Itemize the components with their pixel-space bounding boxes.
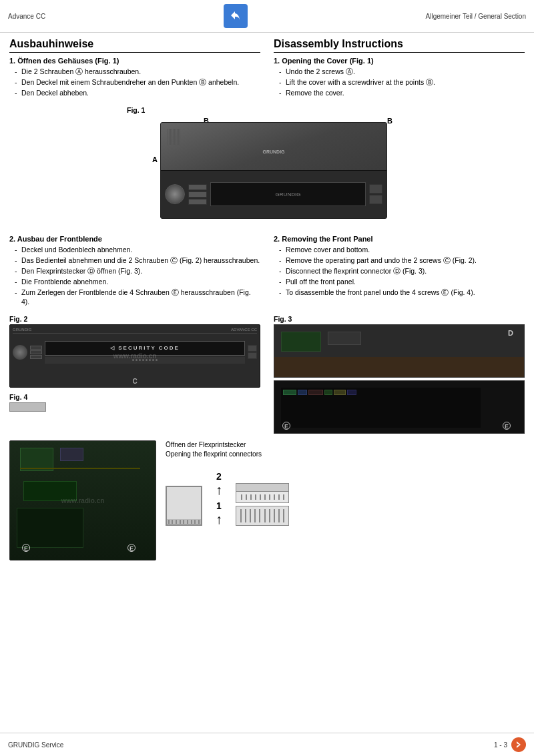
fig2-label: Fig. 2	[9, 315, 260, 323]
right-section1-list: Undo the 2 screws Ⓐ. Lift the cover with…	[274, 67, 525, 98]
header: Advance CC Allgemeiner Teil / General Se…	[0, 0, 534, 33]
right-section2-list: Remove cover and bottom. Remove the oper…	[274, 245, 525, 298]
arrow-1-group: 1 ↑	[216, 500, 222, 526]
arrow-up-2: ↑	[216, 483, 222, 496]
arrows-col: 2 ↑ 1 ↑	[216, 471, 222, 526]
pcb-label-e-left: E	[22, 544, 30, 552]
device-btn-group	[188, 184, 207, 205]
top-two-col: Ausbauhinweise 1. Öffnen des Gehäuses (F…	[9, 38, 525, 101]
fig2-top-row: GRUNDIG ADVANCE CC	[13, 328, 257, 332]
footer-page: 1 - 3	[494, 741, 507, 749]
connector-teeth-top	[236, 492, 288, 502]
pcb-large-inner: E E www.radio.cn	[10, 441, 156, 560]
label-d: D	[508, 329, 513, 337]
right-section1-heading: 1. Opening the Cover (Fig. 1)	[274, 57, 525, 65]
flexprint-title-de: Öffnen der Flexprintstecker	[166, 440, 525, 450]
connector-right	[236, 483, 289, 526]
label-e-left: E	[282, 422, 290, 430]
pcb-trace	[20, 468, 140, 469]
device-knob	[165, 184, 185, 204]
fig4-label: Fig. 4	[9, 393, 260, 401]
list-item: Remove the cover.	[279, 88, 525, 97]
list-item: Die Frontblende abnehmen.	[15, 277, 260, 286]
section2-two-col: 2. Ausbau der Frontblende Deckel und Bod…	[9, 232, 525, 310]
device-vents	[168, 127, 301, 147]
fig3-col: Fig. 3 D E	[274, 315, 525, 434]
footer: GRUNDIG Service 1 - 3	[0, 733, 534, 756]
header-title-right: Allgemeiner Teil / General Section	[426, 13, 526, 20]
fig4-component	[9, 402, 46, 412]
label-a: A	[152, 155, 158, 163]
flexprint-col: Öffnen der Flexprintstecker Opening the …	[166, 440, 525, 560]
connector-left	[166, 486, 202, 526]
fig2-right-btns	[248, 345, 257, 359]
device-main-container: B B A	[140, 115, 394, 226]
fig4-area: Fig. 4	[9, 393, 260, 412]
fig2-device: GRUNDIG ADVANCE CC	[9, 324, 260, 388]
connector-tall-box	[166, 486, 202, 526]
label-e-right: E	[503, 422, 511, 430]
fig2-fig3-row: Fig. 2 GRUNDIG ADVANCE CC	[9, 315, 525, 434]
fig1-label: Fig. 1	[127, 106, 407, 114]
list-item: Lift the cover with a screwdriver at the…	[279, 77, 525, 87]
header-title-left: Advance CC	[8, 13, 45, 20]
right-section2-heading: 2. Removing the Front Panel	[274, 235, 525, 243]
footer-brand: GRUNDIG Service	[8, 741, 63, 749]
divider	[13, 333, 257, 334]
keypad-dots	[45, 357, 245, 364]
fig2-knob	[13, 345, 27, 360]
left-col-section2: 2. Ausbau der Frontblende Deckel und Bod…	[9, 232, 260, 310]
left-section1-heading: 1. Öffnen des Gehäuses (Fig. 1)	[9, 57, 260, 65]
fig3-top-pcb: D	[274, 324, 525, 378]
fig1-area: Fig. 1 B B A	[127, 106, 407, 226]
connector-top-piece	[236, 483, 289, 503]
device-display: GRUNDIG	[210, 182, 366, 206]
label-c: C	[132, 378, 137, 385]
fig3-bottom-pcb: E E	[274, 380, 525, 434]
left-section2-list: Deckel und Bodenblech abnehmen. Das Bedi…	[9, 245, 260, 307]
connector-diagrams-row: 2 ↑ 1 ↑	[166, 471, 525, 526]
left-column: Ausbauhinweise 1. Öffnen des Gehäuses (F…	[9, 38, 260, 101]
right-section-title: Disassembly Instructions	[274, 38, 525, 53]
list-item: Deckel und Bodenblech abnehmen.	[15, 245, 260, 254]
device-body: GRUNDIG GRUNDIG	[160, 122, 387, 219]
pcb-label-e-right: E	[127, 544, 136, 552]
connector-bottom-piece	[236, 506, 289, 526]
footer-nav-icon	[511, 737, 526, 752]
list-item: Undo the 2 screws Ⓐ.	[279, 67, 525, 76]
footer-right: 1 - 3	[494, 737, 526, 752]
pcb-watermark: www.radio.cn	[61, 496, 105, 504]
fig2-main-row: ◁ SECURITY CODE	[13, 336, 257, 369]
pcb-large-module	[17, 508, 83, 548]
header-icon	[224, 4, 248, 28]
security-code-display: ◁ SECURITY CODE	[45, 341, 245, 356]
arrow-up-1: ↑	[216, 512, 222, 526]
list-item: Pull off the front panel.	[279, 277, 525, 286]
fig2-display-area: ◁ SECURITY CODE	[45, 341, 245, 364]
flexprint-title: Öffnen der Flexprintstecker Opening the …	[166, 440, 525, 459]
number-2: 2	[216, 471, 222, 482]
fig2-left-btns	[30, 346, 42, 359]
list-item: Disconnect the flexprint connector Ⓓ (Fi…	[279, 266, 525, 276]
device-front-panel: GRUNDIG	[161, 170, 386, 218]
main-content: Ausbauhinweise 1. Öffnen des Gehäuses (F…	[0, 33, 534, 587]
right-col-section2: 2. Removing the Front Panel Remove cover…	[274, 232, 525, 310]
list-item: Den Deckel abheben.	[15, 88, 260, 97]
list-item: Den Deckel mit einem Schraubendreher an …	[15, 77, 260, 87]
left-section1-list: Die 2 Schrauben Ⓐ herausschrauben. Den D…	[9, 67, 260, 98]
arrow-right-icon	[514, 740, 523, 749]
list-item: Zum Zerlegen der Frontblende die 4 Schra…	[15, 288, 260, 306]
pcb-chips	[281, 388, 481, 428]
brand-label: GRUNDIG	[262, 149, 284, 154]
fig2-col: Fig. 2 GRUNDIG ADVANCE CC	[9, 315, 260, 412]
list-item: Die 2 Schrauben Ⓐ herausschrauben.	[15, 67, 260, 76]
return-icon	[228, 9, 243, 23]
label-b-right: B	[387, 117, 392, 125]
list-item: To disassemble the front panel undo the …	[279, 288, 525, 297]
fig3-label: Fig. 3	[274, 315, 525, 323]
left-section-title: Ausbauhinweise	[9, 38, 260, 53]
connector-bottom	[167, 519, 201, 524]
number-1: 1	[216, 500, 222, 511]
flexprint-title-en: Opening the flexprint connectors	[166, 450, 525, 459]
flexprint-content: Öffnen der Flexprintstecker Opening the …	[166, 440, 525, 526]
